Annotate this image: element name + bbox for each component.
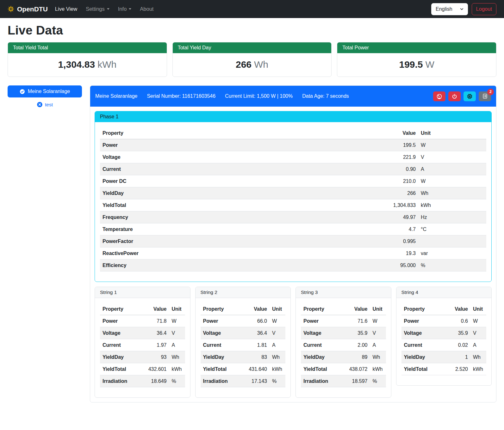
limit-settings-button[interactable] xyxy=(433,91,445,101)
value-cell: 93 xyxy=(141,351,169,363)
unit-cell: A xyxy=(418,163,486,175)
table-row: Power199.5W xyxy=(100,139,486,151)
string-card-1: String 1 Property Value Unit xyxy=(95,287,190,398)
card-value: 266Wh xyxy=(173,53,332,77)
unit-cell: V xyxy=(169,327,185,339)
column-unit: Unit xyxy=(169,303,185,315)
chevron-down-icon xyxy=(459,7,464,11)
unit-cell: A xyxy=(169,339,185,351)
value-cell: 199.5 xyxy=(380,139,418,151)
value-cell: 0.90 xyxy=(380,163,418,175)
table-row: Voltage36.4V xyxy=(100,327,185,339)
value-cell: 210.0 xyxy=(380,175,418,187)
logout-button[interactable]: Logout xyxy=(472,3,496,15)
table-row: YieldTotal2.520kWh xyxy=(401,363,487,375)
string-3-table: Property Value Unit Power71.6W Voltage35… xyxy=(301,303,386,387)
unit-cell: °C xyxy=(418,223,486,235)
table-row: Current1.97A xyxy=(100,339,185,351)
table-row: Efficiency95.000% xyxy=(100,259,486,271)
table-header-row: Property Value Unit xyxy=(401,303,487,315)
column-property: Property xyxy=(100,303,141,315)
inverter-serial: Serial Number: 116171603546 xyxy=(147,93,215,99)
nav-item-about[interactable]: About xyxy=(140,6,153,12)
column-value: Value xyxy=(342,303,370,315)
inverter-actions: 2 xyxy=(433,91,491,101)
property-cell: YieldDay xyxy=(401,351,443,363)
unit-cell: W xyxy=(418,139,486,151)
value-cell: 95.000 xyxy=(380,259,418,271)
unit-cell: % xyxy=(418,259,486,271)
unit-cell: kWh xyxy=(370,363,386,375)
property-cell: YieldTotal xyxy=(100,199,380,211)
value-cell: 0.995 xyxy=(380,235,418,247)
string-1-table: Property Value Unit Power71.8W Voltage36… xyxy=(100,303,185,387)
power-button[interactable] xyxy=(448,91,461,101)
property-cell: Irradiation xyxy=(100,375,141,387)
unit-cell: W xyxy=(418,175,486,187)
unit-cell: A xyxy=(370,339,386,351)
property-cell: Power xyxy=(301,315,342,327)
table-row: YieldDay89Wh xyxy=(301,351,386,363)
inverter-item-test[interactable]: test xyxy=(8,102,82,108)
inverter-card: Meine Solaranlage Serial Number: 1161716… xyxy=(90,85,496,402)
value-cell: 18.597 xyxy=(342,375,370,387)
property-cell: PowerFactor xyxy=(100,235,380,247)
value-cell: 18.649 xyxy=(141,375,169,387)
table-header-row: Property Value Unit xyxy=(100,303,185,315)
unit-cell: Wh xyxy=(270,351,285,363)
value-cell: 35.9 xyxy=(342,327,370,339)
brand-title: OpenDTU xyxy=(17,5,48,13)
property-cell: Current xyxy=(100,163,380,175)
property-cell: YieldTotal xyxy=(301,363,342,375)
table-row: Voltage35.9V xyxy=(301,327,386,339)
nav-item-settings[interactable]: Settings xyxy=(86,6,109,12)
property-cell: Power xyxy=(100,139,380,151)
unit-cell: A xyxy=(470,339,486,351)
property-cell: Power xyxy=(401,315,443,327)
property-cell: YieldDay xyxy=(301,351,342,363)
property-cell: YieldDay xyxy=(201,351,242,363)
value-cell: 2.00 xyxy=(342,339,370,351)
table-header-row: Property Value Unit xyxy=(301,303,386,315)
property-cell: YieldDay xyxy=(100,351,141,363)
table-row: YieldTotal1,304.833kWh xyxy=(100,199,486,211)
table-row: Power0.6W xyxy=(401,315,487,327)
inverter-test-link[interactable]: test xyxy=(45,102,53,108)
unit-cell: A xyxy=(270,339,285,351)
table-row: Irradiation18.649% xyxy=(100,375,185,387)
table-row: Power71.8W xyxy=(100,315,185,327)
value-cell: 1 xyxy=(443,351,470,363)
table-row: Irradiation17.143% xyxy=(201,375,286,387)
card-title: Total Yield Total xyxy=(8,42,167,53)
sun-icon xyxy=(8,6,14,12)
event-log-button[interactable]: 2 xyxy=(479,91,491,101)
value-cell: 221.9 xyxy=(380,151,418,163)
device-info-button[interactable] xyxy=(464,91,476,101)
string-title: String 2 xyxy=(196,287,291,298)
value-unit: Wh xyxy=(254,59,268,70)
unit-cell: V xyxy=(418,151,486,163)
inverter-select-button[interactable]: Meine Solaranlage xyxy=(8,85,82,97)
column-property: Property xyxy=(401,303,443,315)
property-cell: Current xyxy=(100,339,141,351)
value-number: 1,304.83 xyxy=(58,59,95,70)
value-cell: 266 xyxy=(380,187,418,199)
brand[interactable]: OpenDTU xyxy=(8,5,48,13)
nav-item-live-view[interactable]: Live View xyxy=(55,6,77,12)
gauge-icon xyxy=(436,93,442,99)
unit-cell: % xyxy=(370,375,386,387)
value-cell: 36.4 xyxy=(141,327,169,339)
unit-cell: W xyxy=(470,315,486,327)
x-circle-icon xyxy=(37,102,43,108)
property-cell: Voltage xyxy=(100,327,141,339)
value-cell: 83 xyxy=(242,351,270,363)
language-select[interactable]: English xyxy=(431,3,468,15)
nav-item-info[interactable]: Info xyxy=(118,6,132,12)
value-cell: 19.3 xyxy=(380,247,418,259)
property-cell: Irradiation xyxy=(301,375,342,387)
property-cell: Current xyxy=(201,339,242,351)
table-header-row: Property Value Unit xyxy=(100,127,486,139)
inverter-header: Meine Solaranlage Serial Number: 1161716… xyxy=(90,86,496,107)
property-cell: Voltage xyxy=(301,327,342,339)
value-unit: W xyxy=(426,59,434,70)
